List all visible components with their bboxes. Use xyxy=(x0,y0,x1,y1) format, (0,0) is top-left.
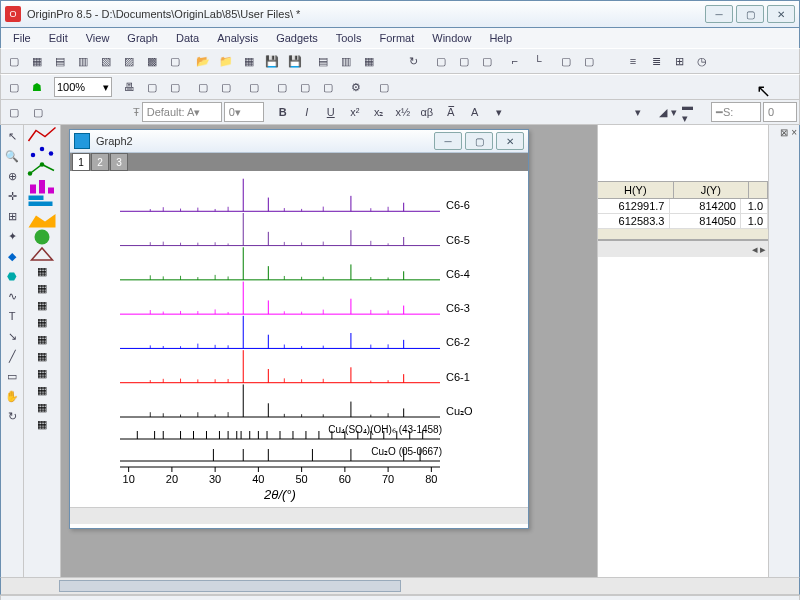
menu-edit[interactable]: Edit xyxy=(41,30,76,46)
new-workbook-icon[interactable]: ▤ xyxy=(49,50,71,72)
menu-format[interactable]: Format xyxy=(371,30,422,46)
open-icon[interactable]: 📂 xyxy=(192,50,214,72)
lock-icon[interactable]: ⚙ xyxy=(345,76,367,98)
plot-setup-icon[interactable]: ▢ xyxy=(294,76,316,98)
new-layout-icon[interactable]: ▩ xyxy=(141,50,163,72)
italic-icon[interactable]: I xyxy=(296,101,318,123)
new-notes-icon[interactable]: ▢ xyxy=(164,50,186,72)
col-header-h[interactable]: H(Y) xyxy=(598,182,674,198)
template3-icon[interactable]: ▦ xyxy=(27,297,57,313)
layer-tab-2[interactable]: 2 xyxy=(91,153,109,171)
close-button[interactable]: ✕ xyxy=(767,5,795,23)
data-cursor-icon[interactable]: ✦ xyxy=(3,227,21,245)
new-matrix-icon[interactable]: ▨ xyxy=(118,50,140,72)
align-left-icon[interactable]: ≡ xyxy=(622,50,644,72)
plot-details-icon[interactable]: ▢ xyxy=(317,76,339,98)
import-ascii-icon[interactable]: ▥ xyxy=(335,50,357,72)
3d-plot-icon[interactable] xyxy=(27,246,57,262)
rescale-icon[interactable]: ⌐ xyxy=(504,50,526,72)
fill-color-icon[interactable]: ▬ ▾ xyxy=(681,101,703,123)
scatter-plot-icon[interactable] xyxy=(27,144,57,160)
pie-plot-icon[interactable] xyxy=(27,229,57,245)
menu-analysis[interactable]: Analysis xyxy=(209,30,266,46)
align-tool-icon[interactable]: ⊞ xyxy=(668,50,690,72)
add-plot-icon[interactable]: ▢ xyxy=(271,76,293,98)
worksheet-hscroll[interactable]: ◂▸ xyxy=(598,240,768,257)
graph-close-button[interactable]: ✕ xyxy=(496,132,524,150)
arrow-icon[interactable]: ↘ xyxy=(3,327,21,345)
mask-range-icon[interactable]: ▢ xyxy=(215,76,237,98)
cell[interactable]: 1.0 xyxy=(741,199,768,213)
menu-window[interactable]: Window xyxy=(424,30,479,46)
draw-data-icon[interactable]: ∿ xyxy=(3,287,21,305)
edit-range-icon[interactable]: ▢ xyxy=(192,76,214,98)
template9-icon[interactable]: ▦ xyxy=(27,399,57,415)
area-plot-icon[interactable] xyxy=(27,212,57,228)
layer-manage-icon[interactable]: ▢ xyxy=(243,76,265,98)
print-preview-icon[interactable]: ▢ xyxy=(141,76,163,98)
graph-window[interactable]: Graph2 ─ ▢ ✕ 1 2 3 C6-6C6-5C6-4C6-3C6-2C… xyxy=(69,129,529,529)
dock-close-icon[interactable]: ⊠ × xyxy=(780,127,797,138)
template6-icon[interactable]: ▦ xyxy=(27,348,57,364)
duplicate-icon[interactable]: ▢ xyxy=(555,50,577,72)
style-a-icon[interactable]: ▢ xyxy=(3,101,25,123)
font-combo[interactable]: Default: A ▾ xyxy=(142,102,222,122)
data-selector-icon[interactable]: ⊞ xyxy=(3,207,21,225)
time-icon[interactable]: ◷ xyxy=(691,50,713,72)
new-folder-icon[interactable]: ▦ xyxy=(26,50,48,72)
zoom-combo[interactable]: 100%▾ xyxy=(54,77,112,97)
line-width-combo[interactable]: 0 xyxy=(763,102,797,122)
bold-icon[interactable]: B xyxy=(272,101,294,123)
import-multi-icon[interactable]: ▦ xyxy=(358,50,380,72)
menu-tools[interactable]: Tools xyxy=(328,30,370,46)
menu-help[interactable]: Help xyxy=(481,30,520,46)
layer-tab-1[interactable]: 1 xyxy=(72,153,90,171)
mask-icon[interactable]: ◆ xyxy=(3,247,21,265)
zoom-range-icon[interactable]: └ xyxy=(527,50,549,72)
graph-minimize-button[interactable]: ─ xyxy=(434,132,462,150)
cell[interactable]: 814200 xyxy=(670,199,742,213)
template4-icon[interactable]: ▦ xyxy=(27,314,57,330)
style-b-icon[interactable]: ▢ xyxy=(27,101,49,123)
line-color-icon[interactable]: ◢ ▾ xyxy=(657,101,679,123)
cell[interactable]: 814050 xyxy=(670,214,742,228)
col-header-extra[interactable] xyxy=(749,182,768,198)
font-color-icon[interactable]: ▾ xyxy=(627,101,649,123)
rect-icon[interactable]: ▭ xyxy=(3,367,21,385)
template10-icon[interactable]: ▦ xyxy=(27,416,57,432)
menu-gadgets[interactable]: Gadgets xyxy=(268,30,326,46)
screen-reader-icon[interactable]: ⊕ xyxy=(3,167,21,185)
template7-icon[interactable]: ▦ xyxy=(27,365,57,381)
save-icon[interactable]: 💾 xyxy=(261,50,283,72)
template1-icon[interactable]: ▦ xyxy=(27,263,57,279)
increase-font-icon[interactable]: A̅ xyxy=(440,101,462,123)
new-project-icon[interactable]: ▢ xyxy=(3,50,25,72)
run-icon[interactable]: ☗ xyxy=(26,76,48,98)
open-template-icon[interactable]: 📁 xyxy=(215,50,237,72)
new-excel-icon[interactable]: ▥ xyxy=(72,50,94,72)
underline-icon[interactable]: U xyxy=(320,101,342,123)
plot-area[interactable]: C6-6C6-5C6-4C6-3C6-2C6-1Cu₂OCu₄(SO₄)(OH)… xyxy=(70,171,528,507)
script-icon[interactable]: ▢ xyxy=(373,76,395,98)
line-symbol-icon[interactable] xyxy=(27,161,57,177)
new-graph-icon[interactable]: ▧ xyxy=(95,50,117,72)
anti-alias-icon[interactable]: ▢ xyxy=(3,76,25,98)
template2-icon[interactable]: ▦ xyxy=(27,280,57,296)
rotate-icon[interactable]: ↻ xyxy=(3,407,21,425)
template5-icon[interactable]: ▦ xyxy=(27,331,57,347)
bar-plot-icon[interactable] xyxy=(27,195,57,211)
supersub-icon[interactable]: x½ xyxy=(392,101,414,123)
col-header-j[interactable]: J(Y) xyxy=(674,182,750,198)
import-wizard-icon[interactable]: ▤ xyxy=(312,50,334,72)
line-style-combo[interactable]: ━ S: xyxy=(711,102,761,122)
menu-data[interactable]: Data xyxy=(168,30,207,46)
layer-add-icon[interactable]: ▢ xyxy=(430,50,452,72)
slide-icon[interactable]: ▢ xyxy=(164,76,186,98)
layer-extract-icon[interactable]: ▢ xyxy=(453,50,475,72)
workspace-hscroll[interactable] xyxy=(0,577,800,595)
minimize-button[interactable]: ─ xyxy=(705,5,733,23)
line-plot-icon[interactable] xyxy=(27,127,57,143)
menu-graph[interactable]: Graph xyxy=(119,30,166,46)
graph-maximize-button[interactable]: ▢ xyxy=(465,132,493,150)
decrease-font-icon[interactable]: A xyxy=(464,101,486,123)
